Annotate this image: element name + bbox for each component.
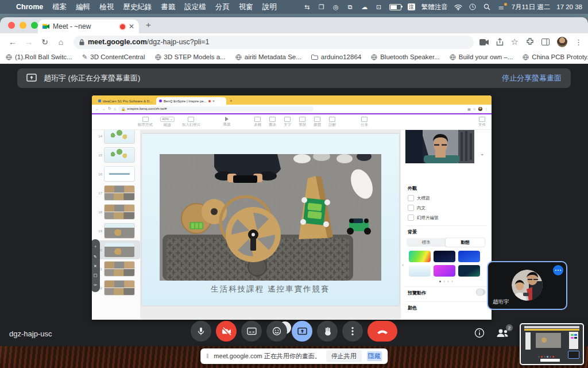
home-icon[interactable]: ⌂ <box>54 37 68 47</box>
checkbox-icon <box>408 205 414 211</box>
shared-screen-view: ideaCam S1 Pro Software & D... BenQ EnSp… <box>92 95 492 320</box>
floating-tools-palette: ＋ ✎ ✕ ▢ ✑ <box>92 239 100 292</box>
app-menu-chrome[interactable]: Chrome <box>16 3 43 11</box>
cloud-icon[interactable]: ☁ <box>361 3 369 10</box>
recording-indicator-icon <box>208 100 211 102</box>
menu-profiles[interactable]: 設定檔 <box>184 2 206 12</box>
drag-handle-icon[interactable]: ‖ <box>206 353 208 359</box>
menu-tabs[interactable]: 分頁 <box>215 2 230 12</box>
window-zoom-button[interactable] <box>31 22 38 29</box>
call-controls <box>191 321 397 342</box>
input-method-label[interactable]: 繁體注音 <box>421 3 448 12</box>
menu-history[interactable]: 歷史紀錄 <box>123 2 152 12</box>
bookmark-item[interactable]: Build your own –... <box>450 53 513 60</box>
tool-add-slide: 加入幻燈片 <box>182 117 201 128</box>
bookmark-item[interactable]: China PCB Prototy... <box>523 53 588 60</box>
forward-icon[interactable]: → <box>22 37 36 47</box>
swatch-teal-mountain <box>458 265 480 277</box>
avatar <box>478 107 482 111</box>
more-options-button[interactable] <box>342 321 363 342</box>
screen-mirroring-icon[interactable]: ⇆ <box>303 3 311 10</box>
slide-canvas: 生活科技課程 遙控車實作競賽 <box>141 130 400 319</box>
reload-icon[interactable]: ↻ <box>38 37 52 47</box>
user-switch-icon[interactable]: ⚌ <box>497 3 505 10</box>
windows-icon[interactable]: ⊡ <box>375 3 383 10</box>
mic-button[interactable] <box>191 321 211 342</box>
menubar-time[interactable]: 17 20 38 <box>556 3 582 10</box>
share-icon[interactable] <box>496 38 504 46</box>
tool-share: 分享 <box>361 117 368 128</box>
bookmark-folder[interactable]: arduino12864 <box>311 53 361 60</box>
inspector-panel: ⌄ 外觀 大標題 內文 幻燈片編號 背景 標準 動態 <box>400 130 492 319</box>
end-call-button[interactable] <box>368 321 397 342</box>
slide-photo-rc-cars <box>160 154 381 281</box>
side-panel-icon[interactable] <box>541 39 550 45</box>
stop-presenting-button[interactable]: 停止分享螢幕畫面 <box>502 73 562 83</box>
bookmark-star-icon[interactable]: ☆ <box>511 37 519 47</box>
captions-icon <box>247 327 257 335</box>
camera-off-button[interactable] <box>216 321 237 342</box>
tab-meet[interactable]: Meet - ~new ✕ <box>38 20 139 33</box>
globe-icon <box>6 54 12 60</box>
sidecar-icon[interactable]: ❐ <box>318 3 326 10</box>
screen-share-preview-thumbnail[interactable] <box>520 323 584 365</box>
info-icon[interactable] <box>474 328 485 338</box>
selfview-tile[interactable]: 趙珩宇 <box>487 261 567 310</box>
presenter-label: 趙珩宇 (你正在分享螢幕畫面) <box>44 73 140 83</box>
shared-tab-enspire: BenQ EnSpire | Inspire pe...✕ <box>156 97 226 105</box>
profile-avatar[interactable] <box>557 37 567 47</box>
spotlight-icon[interactable] <box>483 3 491 10</box>
chevron-down-icon: ⌄ <box>480 151 485 156</box>
tab-close-icon[interactable]: ✕ <box>129 22 134 30</box>
wifi-icon[interactable] <box>454 3 462 10</box>
present-button-active[interactable] <box>292 321 312 342</box>
reactions-button[interactable] <box>266 321 287 342</box>
checkbox-icon <box>408 214 414 221</box>
menu-edit[interactable]: 編輯 <box>76 2 90 12</box>
tool-shape: 形狀 <box>299 117 306 128</box>
menu-help[interactable]: 說明 <box>262 2 277 12</box>
checkbox-row-number: 幻燈片編號 <box>408 214 439 221</box>
bookmark-item[interactable]: 3D STEP Models a... <box>155 53 226 60</box>
bookmark-item[interactable]: (1).Roll Ball Switc... <box>6 53 72 60</box>
slide-thumb: 16 <box>92 164 140 183</box>
current-slide: 生活科技課程 遙控車實作競賽 <box>142 134 399 305</box>
clock-status-icon[interactable] <box>469 3 477 10</box>
lock-icon: 🔒 <box>121 107 126 111</box>
menu-view[interactable]: 檢視 <box>99 2 114 12</box>
menubar-date[interactable]: 7月11日 週二 <box>512 3 551 12</box>
extensions-icon[interactable] <box>526 38 534 46</box>
selfview-name: 趙珩宇 <box>493 298 509 306</box>
bookmark-item[interactable]: airiti Metadata Se... <box>235 53 301 60</box>
swatch-rainbow <box>409 251 431 262</box>
new-tab-button[interactable]: + <box>146 20 151 29</box>
stop-sharing-button[interactable]: 停止共用 <box>326 350 362 362</box>
meeting-info-controls: 2 <box>474 328 509 338</box>
hide-toast-button[interactable]: 隱藏 <box>367 351 382 361</box>
color-section-title: 顏色 <box>408 305 417 311</box>
raise-hand-button[interactable] <box>317 321 338 342</box>
shared-tab-ideacam: ideaCam S1 Pro Software & D... <box>95 97 156 105</box>
menu-bookmarks[interactable]: 書籤 <box>161 2 175 12</box>
chrome-menu-icon[interactable]: ⋮ <box>575 38 582 47</box>
battery-icon[interactable] <box>389 4 401 10</box>
slide-thumb: 18 <box>92 202 140 221</box>
window-minimize-button[interactable] <box>20 22 26 29</box>
lock-icon <box>79 39 84 45</box>
display-icon[interactable]: ⧉ <box>346 3 354 10</box>
enspire-toolbar: 顯示方式 40% ⌄縮放 加入幻燈片 播放 表格 圖表 文字 形狀 媒體 註解 … <box>92 114 492 130</box>
bookmark-item[interactable]: Bluetooth Speaker... <box>371 53 440 60</box>
selfview-more-button[interactable] <box>553 265 563 275</box>
input-method-badge[interactable]: 注 <box>408 3 415 10</box>
creative-cloud-icon[interactable]: ◎ <box>332 3 340 10</box>
slide-thumb: 19 <box>92 221 140 240</box>
menu-file[interactable]: 檔案 <box>52 2 67 12</box>
tab-camera-icon[interactable] <box>479 39 489 45</box>
bookmark-item[interactable]: ✎3D ContentCentral <box>82 53 145 61</box>
captions-button[interactable] <box>241 321 262 342</box>
address-bar[interactable]: meet.google.com/dgz-hajp-usc?pli=1 <box>74 36 474 49</box>
menu-window[interactable]: 視窗 <box>239 2 253 12</box>
window-close-button[interactable] <box>8 22 15 29</box>
people-button[interactable]: 2 <box>496 328 509 338</box>
back-icon[interactable]: ← <box>6 37 20 47</box>
